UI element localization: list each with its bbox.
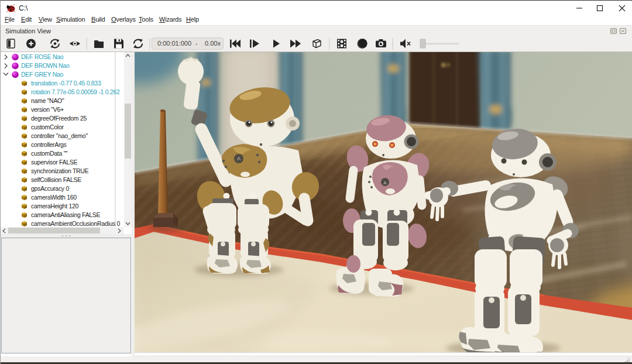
svg-text:A: A [237,156,241,162]
svg-text:A: A [383,180,387,186]
